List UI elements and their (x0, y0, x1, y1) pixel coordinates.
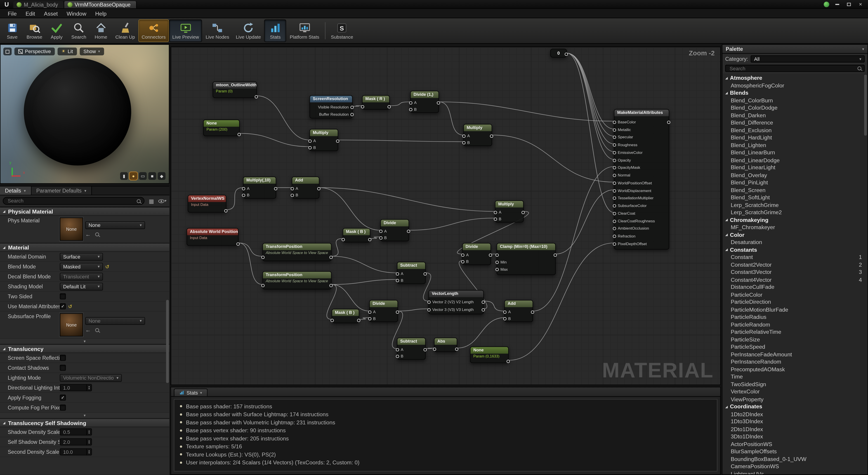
visibility-filter-button[interactable]: ▾ (158, 197, 166, 205)
input-pin[interactable]: A (368, 310, 376, 314)
palette-item-1dto3dindex[interactable]: 1Dto3DIndex (722, 418, 868, 425)
viewport-show-button[interactable]: Show▾ (80, 48, 104, 55)
output-pin[interactable] (317, 186, 320, 190)
live-update-button[interactable]: Live Update (232, 20, 264, 42)
palette-item-actorpositionws[interactable]: ActorPositionWS (722, 440, 868, 448)
spinner-icon[interactable]: ▲▼ (86, 385, 91, 391)
output-pin[interactable] (506, 359, 510, 363)
menu-file[interactable]: File (3, 10, 21, 17)
palette-item-lerp-scratchgrime[interactable]: Lerp_ScratchGrime (722, 201, 868, 209)
input-pin[interactable]: Specular (613, 135, 633, 139)
spinner-icon[interactable]: ▲▼ (86, 439, 91, 445)
input-pin[interactable]: B (396, 354, 403, 358)
node-const-0[interactable]: 0 (550, 49, 567, 58)
palette-item-particlerelativetime[interactable]: ParticleRelativeTime (722, 328, 868, 336)
node-param-1633[interactable]: NoneParam (0,1633) (470, 346, 508, 363)
self-shadow-density-sca-input[interactable]: ▲▼ (60, 438, 92, 446)
palette-item-particlemotionblurfade[interactable]: ParticleMotionBlurFade (722, 306, 868, 313)
details-tab-parameter-defaults[interactable]: Parameter Defaults▾ (31, 186, 92, 195)
search-button[interactable]: Search (68, 20, 90, 42)
input-pin[interactable]: A (396, 348, 403, 351)
output-pin[interactable] (482, 300, 485, 304)
input-pin[interactable]: PixelDepthOffset (613, 242, 647, 246)
palette-item-perinstancefadeamount[interactable]: PerInstanceFadeAmount (722, 350, 868, 358)
input-pin[interactable]: Refraction (613, 234, 636, 238)
section-material[interactable]: ◢Material (0, 243, 169, 252)
input-pin[interactable] (433, 347, 436, 351)
compute-fog-per-pixel-checkbox[interactable] (60, 405, 66, 411)
minimize-button[interactable] (834, 1, 841, 7)
home-button[interactable]: Home (90, 20, 112, 42)
input-pin[interactable]: B (462, 140, 470, 145)
palette-item-blend-softlight[interactable]: Blend_SoftLight (722, 194, 868, 201)
menu-asset[interactable]: Asset (39, 10, 62, 17)
output-pin[interactable] (238, 132, 241, 136)
input-pin[interactable]: AmbientOcclusion (613, 226, 649, 230)
node-divide-b[interactable]: DivideAB (462, 243, 491, 265)
screen-space-reflection-checkbox[interactable] (60, 355, 66, 361)
output-pin[interactable] (407, 229, 410, 233)
restore-button[interactable] (845, 1, 852, 7)
input-pin[interactable]: Max (495, 267, 508, 271)
menu-window[interactable]: Window (62, 10, 91, 17)
palette-scrollbar[interactable] (864, 75, 867, 135)
subsurface-profile-dropdown[interactable]: None▾ (85, 317, 145, 324)
input-pin[interactable]: OpacityMask (613, 165, 640, 169)
viewport-maximize-button[interactable] (3, 48, 12, 55)
input-pin[interactable]: Normal (613, 173, 630, 177)
use-selected-asset-icon[interactable]: ← (85, 327, 91, 333)
document-tab-m-alicia-body[interactable]: M_Alicia_body (13, 1, 64, 8)
palette-item-blend-difference[interactable]: Blend_Difference (722, 119, 868, 127)
node-add-1[interactable]: AddAB (292, 177, 319, 199)
live-preview-button[interactable]: Live Preview (169, 20, 202, 42)
input-pin[interactable]: B (368, 317, 376, 320)
output-pin[interactable] (437, 101, 440, 105)
input-pin[interactable] (495, 253, 499, 257)
palette-item-blend-lineardodge[interactable]: Blend_LinearDodge (722, 156, 868, 164)
input-pin[interactable]: Min (495, 260, 507, 264)
expand-advanced-button[interactable]: ▾ (0, 339, 169, 344)
node-clamp[interactable]: Clamp (Min=0) (Max=10)MinMax (497, 243, 556, 275)
input-pin[interactable]: A (242, 186, 249, 190)
input-pin[interactable]: B (494, 217, 501, 221)
details-search-input[interactable] (6, 197, 137, 204)
palette-item-1dto2dindex[interactable]: 1Dto2DIndex (722, 410, 868, 418)
input-pin[interactable]: Vector 2 (V2) V2 Length (428, 300, 474, 304)
node-mask-b-2[interactable]: Mask ( B ) (332, 309, 359, 323)
shading-model-dropdown[interactable]: Default Lit▾ (60, 282, 103, 290)
input-pin[interactable]: A (461, 253, 469, 257)
palette-search-input[interactable] (728, 65, 858, 72)
palette-item-constant[interactable]: Constant1 (722, 254, 868, 261)
preview-mesh-plane-button[interactable]: ▭ (139, 172, 147, 180)
input-pin[interactable] (331, 318, 334, 322)
directional-lighting-inten-value[interactable] (63, 385, 86, 390)
output-pin[interactable] (274, 186, 277, 190)
output-pin[interactable] (388, 105, 391, 108)
node-divide-a[interactable]: DivideAB (380, 219, 409, 241)
palette-item-desaturation[interactable]: Desaturation (722, 239, 868, 246)
output-pin[interactable] (554, 253, 557, 257)
palette-item-particlesize[interactable]: ParticleSize (722, 336, 868, 343)
output-pin[interactable] (531, 310, 534, 314)
input-pin[interactable]: Vector 3 (V3) V3 Length (428, 308, 474, 312)
substance-button[interactable]: SSubstance (328, 20, 356, 42)
input-pin[interactable]: B (308, 146, 316, 149)
clean-up-button[interactable]: Clean Up (112, 20, 138, 42)
category-dropdown[interactable]: All ▾ (751, 55, 865, 63)
details-search[interactable] (3, 197, 145, 205)
input-pin[interactable]: WorldPositionOffset (613, 181, 652, 185)
reset-to-default-icon[interactable]: ↺ (68, 304, 72, 309)
node-param-200[interactable]: NoneParam (200) (203, 120, 240, 136)
output-pin[interactable]: Buffer Resolution (319, 112, 354, 116)
palette-item-particleradius[interactable]: ParticleRadius (722, 313, 868, 321)
apply-fogging-checkbox[interactable]: ✓ (60, 394, 66, 401)
input-pin[interactable]: ClearCoat (613, 212, 635, 215)
palette-item-2dto1dindex[interactable]: 2Dto1DIndex (722, 425, 868, 433)
palette-item-blursampleoffsets[interactable]: BlurSampleOffsets (722, 448, 868, 455)
palette-item-mf-chromakeyer[interactable]: MF_Chromakeyer (722, 223, 868, 231)
node-divide-1[interactable]: Divide (1,)AB (410, 91, 439, 113)
browse-asset-icon[interactable] (95, 232, 99, 236)
lighting-mode-dropdown[interactable]: Volumetric NonDirectional▾ (60, 374, 122, 381)
palette-item-particlecolor[interactable]: ParticleColor (722, 291, 868, 298)
palette-item-particlespeed[interactable]: ParticleSpeed (722, 343, 868, 350)
